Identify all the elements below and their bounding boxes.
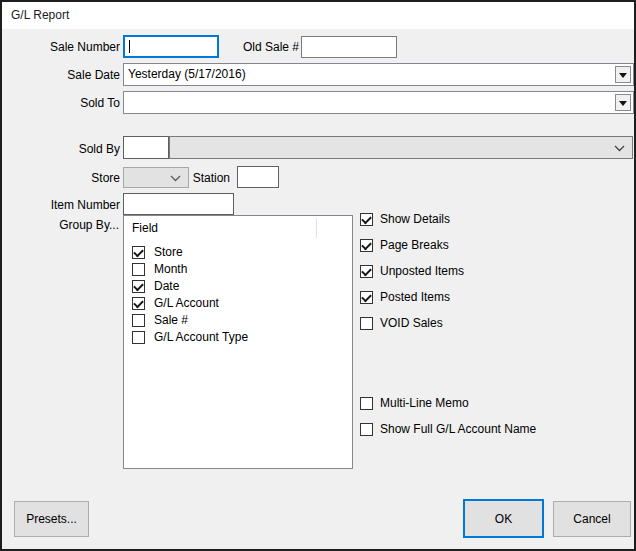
multi-line-memo-checkbox[interactable] [360, 397, 373, 410]
chevron-down-icon [614, 145, 625, 152]
sale-date-label: Sale Date [20, 68, 120, 83]
sold-by-label: Sold By [20, 142, 120, 157]
show-full-gl-name-checkbox[interactable] [360, 423, 373, 436]
sale-date-combobox[interactable]: Yesterday (5/17/2016) [123, 63, 634, 86]
store-label: Store [20, 171, 120, 186]
void-sales-checkbox[interactable] [360, 317, 373, 330]
group-by-label: Group By... [20, 218, 119, 233]
gl-report-dialog: G/L Report Sale Number Old Sale # Sale D… [0, 0, 636, 551]
sold-to-combobox[interactable] [123, 91, 634, 114]
unposted-items-label: Unposted Items [380, 264, 464, 279]
item-number-label: Item Number [20, 198, 120, 213]
station-label: Station [192, 171, 230, 186]
posted-items-checkbox[interactable] [360, 291, 373, 304]
column-header-label: Field [132, 216, 158, 240]
column-divider [316, 218, 317, 238]
store-combobox[interactable] [123, 167, 189, 188]
ok-button[interactable]: OK [463, 499, 544, 538]
presets-button[interactable]: Presets... [14, 501, 89, 537]
sale-number-group-checkbox[interactable] [132, 314, 145, 327]
void-sales-label: VOID Sales [380, 316, 443, 331]
month-checkbox[interactable] [132, 263, 145, 276]
title-bar: G/L Report [2, 2, 634, 29]
sold-by-combobox[interactable] [169, 136, 633, 159]
sold-to-label: Sold To [20, 96, 120, 111]
old-sale-label: Old Sale # [229, 40, 299, 55]
show-full-gl-name-label: Show Full G/L Account Name [380, 422, 536, 437]
group-by-list[interactable]: Field Store Month Date G/L Account Sale … [123, 215, 353, 469]
list-column-header[interactable]: Field [124, 216, 352, 240]
posted-items-label: Posted Items [380, 290, 450, 305]
sale-date-value: Yesterday (5/17/2016) [128, 67, 246, 81]
dropdown-arrow-icon[interactable] [615, 66, 631, 83]
cancel-button[interactable]: Cancel [553, 501, 631, 537]
old-sale-input[interactable] [301, 36, 397, 58]
window-title: G/L Report [11, 2, 69, 29]
dropdown-arrow-icon[interactable] [615, 94, 631, 111]
text-caret [129, 40, 130, 53]
station-input[interactable] [237, 166, 279, 188]
chevron-down-icon [170, 175, 181, 182]
unposted-items-checkbox[interactable] [360, 265, 373, 278]
sold-by-input[interactable] [123, 136, 169, 159]
gl-account-type-checkbox[interactable] [132, 331, 145, 344]
show-details-label: Show Details [380, 212, 450, 227]
sale-number-input[interactable] [123, 35, 219, 58]
page-breaks-checkbox[interactable] [360, 239, 373, 252]
item-number-input[interactable] [123, 193, 234, 215]
multi-line-memo-label: Multi-Line Memo [380, 396, 469, 411]
page-breaks-label: Page Breaks [380, 238, 449, 253]
gl-account-checkbox[interactable] [132, 297, 145, 310]
show-details-checkbox[interactable] [360, 213, 373, 226]
date-checkbox[interactable] [132, 280, 145, 293]
store-checkbox[interactable] [132, 246, 145, 259]
sale-number-label: Sale Number [20, 40, 120, 55]
